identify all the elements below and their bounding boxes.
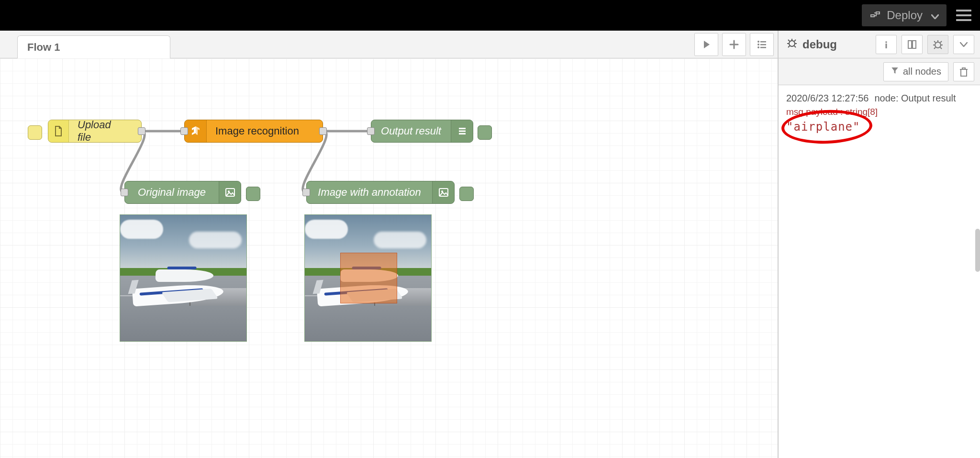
add-tab-button[interactable]	[722, 33, 746, 56]
canvas[interactable]: Upload file Image recognition Output res…	[0, 58, 778, 458]
sidebar-tab-menu[interactable]	[953, 35, 974, 54]
filter-label: all nodes	[903, 66, 941, 77]
debug-messages[interactable]: 2020/6/23 12:27:56 node: Output result m…	[779, 85, 980, 458]
svg-point-4	[757, 46, 759, 48]
debug-toolbar: all nodes	[779, 58, 980, 85]
workspace: Flow 1	[0, 31, 778, 458]
deploy-label: Deploy	[887, 9, 923, 22]
svg-point-14	[885, 41, 887, 43]
menu-button[interactable]	[956, 10, 971, 21]
image-icon	[219, 181, 241, 203]
tabs-bar: Flow 1	[0, 31, 778, 58]
image-icon	[432, 181, 454, 203]
sidebar-tab-info[interactable]	[876, 35, 897, 54]
tab-label: Flow 1	[27, 41, 60, 54]
tab-flow-1[interactable]: Flow 1	[17, 35, 170, 58]
svg-point-0	[757, 41, 759, 43]
debug-msg-header: 2020/6/23 12:27:56 node: Output result	[786, 93, 972, 104]
file-icon	[48, 120, 69, 142]
node-original-image[interactable]: Original image	[124, 181, 241, 204]
svg-rect-7	[459, 131, 466, 132]
node-label: Upload file	[69, 119, 133, 144]
svg-rect-6	[459, 128, 466, 129]
node-annotated-image[interactable]: Image with annotation	[306, 181, 455, 204]
deploy-button[interactable]: Deploy	[862, 4, 947, 26]
node-upload-file[interactable]: Upload file	[48, 120, 142, 143]
debug-source: node: Output result	[874, 93, 956, 104]
node-output-result[interactable]: Output result	[371, 120, 473, 143]
sidebar-header: debug	[779, 31, 980, 58]
sidebar-tab-help[interactable]	[902, 35, 923, 54]
node-output-status[interactable]	[478, 125, 492, 140]
debug-type-line: msg.payload : string[8]	[786, 107, 972, 117]
app-header: Deploy	[0, 0, 980, 31]
node-upload-trigger[interactable]	[28, 125, 42, 140]
tabs-list-button[interactable]	[750, 33, 774, 56]
node-image-recognition[interactable]: Image recognition	[184, 120, 323, 143]
port-out[interactable]	[319, 127, 327, 135]
node-label: Original image	[125, 186, 219, 199]
svg-point-13	[789, 41, 795, 46]
scrollbar[interactable]	[975, 229, 980, 272]
filter-icon	[891, 66, 899, 77]
port-in[interactable]	[367, 127, 375, 135]
app-body: Flow 1	[0, 31, 980, 458]
svg-rect-1	[760, 41, 766, 43]
bug-icon	[786, 37, 798, 52]
port-in[interactable]	[121, 189, 128, 196]
sidebar-title: debug	[802, 38, 837, 51]
preview-annotated-image	[304, 214, 432, 342]
port-out[interactable]	[138, 127, 145, 135]
sidebar-tab-debug[interactable]	[927, 35, 948, 54]
port-in[interactable]	[302, 189, 310, 196]
node-label: Output result	[371, 125, 451, 137]
chevron-down-icon	[931, 9, 939, 22]
svg-rect-5	[760, 47, 766, 48]
node-label: Image recognition	[207, 125, 308, 137]
debug-filter-button[interactable]: all nodes	[883, 62, 948, 81]
svg-rect-8	[459, 133, 466, 134]
svg-point-2	[757, 44, 759, 45]
deploy-icon	[869, 10, 881, 21]
debug-clear-button[interactable]	[953, 62, 974, 81]
preview-original-image	[120, 214, 247, 342]
port-in[interactable]	[180, 127, 188, 135]
node-label: Image with annotation	[307, 186, 432, 199]
debug-timestamp: 2020/6/23 12:27:56	[786, 93, 869, 104]
debug-payload-value: "airplane"	[786, 120, 972, 134]
node-annotated-status[interactable]	[459, 187, 474, 201]
debug-icon	[451, 120, 473, 142]
svg-rect-3	[760, 44, 766, 45]
node-original-status[interactable]	[246, 187, 260, 201]
annotation-bounding-box	[340, 253, 397, 303]
svg-point-16	[935, 42, 941, 48]
sidebar: debug al	[778, 31, 980, 458]
subflow-run-button[interactable]	[694, 33, 718, 56]
svg-rect-15	[886, 44, 887, 48]
